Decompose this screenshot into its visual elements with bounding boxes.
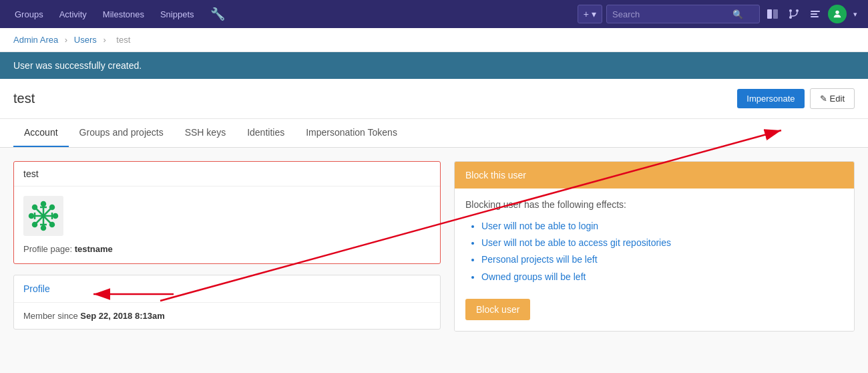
profile-section: Profile Member since Sep 22, 2018 8:13am	[13, 275, 441, 330]
search-icon: 🔍	[732, 9, 743, 19]
block-description: Blocking user has the following effects:	[465, 199, 843, 210]
user-card-name: test	[14, 162, 440, 186]
plus-icon: +	[584, 9, 589, 19]
member-since-value: Sep 22, 2018 8:13am	[80, 311, 164, 321]
svg-point-3	[796, 9, 799, 12]
profile-section-body: Member since Sep 22, 2018 8:13am	[14, 303, 440, 329]
svg-point-2	[789, 9, 792, 12]
breadcrumb-admin-area[interactable]: Admin Area	[13, 35, 58, 45]
page-title: test	[13, 91, 35, 106]
nav-right: + ▾ 🔍 ▾	[578, 5, 860, 23]
profile-prefix: Profile page:	[23, 244, 72, 254]
plus-dropdown[interactable]: + ▾	[578, 5, 602, 23]
user-card-body: Profile page: testname	[14, 186, 440, 263]
tab-bar: Account Groups and projects SSH keys Ide…	[0, 119, 868, 148]
sidebar-toggle-icon[interactable]	[764, 5, 781, 23]
right-column: Block this user Blocking user has the fo…	[454, 161, 855, 332]
page-header: test Impersonate ✎ Edit	[0, 79, 868, 119]
svg-point-19	[50, 223, 54, 227]
user-avatar-nav[interactable]	[828, 5, 847, 23]
nav-left: Groups Activity Milestones Snippets 🔧	[8, 0, 578, 28]
todo-icon[interactable]	[807, 5, 824, 23]
svg-point-15	[41, 226, 45, 230]
chevron-down-icon[interactable]: ▾	[851, 7, 860, 21]
merge-request-icon[interactable]	[785, 5, 803, 23]
edit-button[interactable]: ✎ Edit	[810, 88, 855, 109]
svg-point-16	[29, 214, 33, 218]
breadcrumb-users[interactable]: Users	[74, 35, 97, 45]
user-avatar	[23, 196, 63, 236]
nav-item-milestones[interactable]: Milestones	[96, 0, 151, 28]
block-user-button[interactable]: Block user	[465, 299, 530, 320]
block-effect-1: User will not be able to login	[481, 218, 843, 235]
nav-item-activity[interactable]: Activity	[53, 0, 93, 28]
wrench-icon[interactable]: 🔧	[204, 7, 232, 21]
edit-label: Edit	[830, 94, 845, 104]
nav-item-snippets[interactable]: Snippets	[154, 0, 201, 28]
tab-groups-projects[interactable]: Groups and projects	[69, 119, 174, 147]
tab-account[interactable]: Account	[13, 119, 69, 147]
search-input[interactable]	[612, 9, 732, 19]
edit-icon: ✎	[820, 94, 827, 104]
block-user-card: Block this user Blocking user has the fo…	[454, 161, 855, 332]
success-message: User was successfully created.	[13, 60, 142, 71]
dropdown-arrow-icon: ▾	[592, 9, 596, 19]
svg-point-18	[33, 205, 37, 209]
profile-link: Profile page: testname	[23, 244, 113, 254]
svg-rect-7	[811, 16, 819, 17]
success-banner: User was successfully created.	[0, 52, 868, 79]
svg-point-14	[41, 202, 45, 206]
svg-point-20	[50, 205, 54, 209]
block-effect-4: Owned groups will be left	[481, 269, 843, 285]
user-card: test	[13, 161, 441, 264]
nav-item-groups[interactable]: Groups	[8, 0, 50, 28]
svg-rect-6	[811, 13, 817, 15]
block-card-body: Blocking user has the following effects:…	[455, 189, 854, 331]
block-effect-2: User will not be able to access git repo…	[481, 235, 843, 251]
left-column: test	[13, 161, 441, 332]
member-since-prefix: Member since	[23, 311, 78, 321]
main-content: test	[0, 148, 868, 345]
tab-identities[interactable]: Identities	[236, 119, 295, 147]
svg-point-17	[53, 214, 57, 218]
breadcrumb-sep1: ›	[65, 35, 67, 45]
breadcrumb-current: test	[116, 35, 130, 45]
svg-point-21	[33, 223, 37, 227]
search-box[interactable]: 🔍	[606, 5, 760, 23]
breadcrumb: Admin Area › Users › test	[0, 28, 868, 52]
svg-point-8	[835, 11, 839, 14]
block-effect-3: Personal projects will be left	[481, 251, 843, 268]
profile-username: testname	[75, 244, 113, 254]
breadcrumb-sep2: ›	[103, 35, 105, 45]
block-effects-list: User will not be able to login User will…	[465, 218, 843, 285]
svg-rect-5	[811, 11, 820, 12]
svg-rect-0	[767, 9, 772, 19]
header-actions: Impersonate ✎ Edit	[737, 88, 855, 109]
top-navigation: Groups Activity Milestones Snippets 🔧 + …	[0, 0, 868, 28]
svg-rect-1	[773, 9, 778, 19]
profile-section-title: Profile	[14, 275, 440, 303]
tab-ssh-keys[interactable]: SSH keys	[174, 119, 236, 147]
block-card-header: Block this user	[455, 162, 854, 189]
tab-impersonation-tokens[interactable]: Impersonation Tokens	[295, 119, 408, 147]
impersonate-button[interactable]: Impersonate	[737, 89, 804, 108]
